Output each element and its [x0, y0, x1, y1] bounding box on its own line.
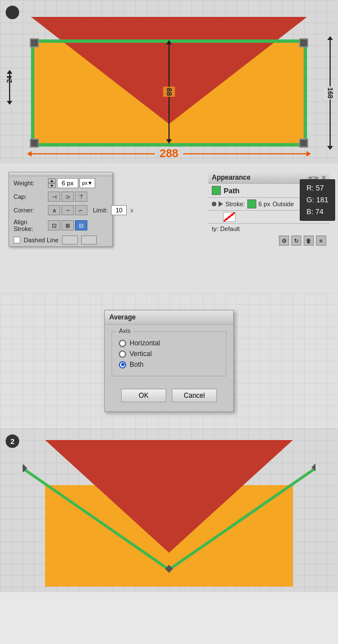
average-section: Average Axis Horizontal Vertical Both — [0, 293, 338, 429]
radio-both-btn[interactable] — [119, 361, 126, 368]
panel-bottom-row: ⚙ ↻ 🗑 ≡ — [208, 234, 330, 247]
handle-tr[interactable] — [299, 38, 308, 47]
dashed-line-row: Dashed Line — [9, 234, 112, 246]
dash-input-1[interactable] — [62, 236, 78, 245]
dim-right: 168 — [326, 87, 334, 99]
align-btn-center[interactable]: ⊡ — [48, 220, 60, 230]
rgb-r: R: 57 — [306, 183, 328, 194]
envelope-illustration-1: 88 24 168 — [31, 17, 307, 146]
opacity-row: ty: Default — [208, 224, 330, 234]
middle-panels: Weight: ▲ ▼ px▼ Cap: ⊣ ⊃ ⊤ Corner: ∧ — [0, 163, 338, 293]
corner-row: Corner: ∧ ⌢ ⌐ Limit: x — [9, 203, 112, 217]
average-dialog-body: Axis Horizontal Vertical Both OK Cancel — [105, 325, 233, 411]
radio-vertical-btn[interactable] — [119, 350, 126, 358]
stroke-label: Stroke: — [225, 201, 245, 207]
panel-btn-1[interactable]: ⚙ — [279, 236, 289, 246]
limit-input[interactable] — [111, 205, 127, 215]
axis-legend: Axis — [117, 327, 133, 334]
weight-label: Weight: — [14, 180, 45, 186]
weight-spinbox[interactable]: ▲ ▼ — [48, 178, 56, 188]
handle-bl[interactable] — [30, 139, 39, 148]
cap-label: Cap: — [14, 193, 45, 200]
rgb-tooltip: R: 57 G: 181 B: 74 — [300, 179, 335, 221]
rgb-b: B: 74 — [306, 206, 328, 218]
stroke-color-swatch[interactable] — [247, 199, 256, 208]
radio-horizontal-btn[interactable] — [119, 340, 126, 347]
corner-label: Corner: — [14, 207, 45, 214]
cap-btn-square[interactable]: ⊤ — [75, 192, 87, 202]
radio-both-label: Both — [130, 361, 144, 368]
radio-vertical-label: Vertical — [130, 350, 152, 358]
align-btn-inside[interactable]: ⊞ — [61, 220, 74, 230]
corner-btn-bevel[interactable]: ⌐ — [75, 205, 87, 215]
dim-left: 24 — [6, 75, 14, 83]
cap-btn-round[interactable]: ⊃ — [61, 192, 74, 202]
appearance-title: Appearance — [212, 174, 251, 181]
corner-btn-round[interactable]: ⌢ — [61, 205, 74, 215]
fill-none-swatch[interactable] — [223, 212, 235, 222]
panel-btn-delete[interactable]: 🗑 — [304, 236, 314, 246]
panel-btn-2[interactable]: ↻ — [291, 236, 301, 246]
panel-btn-more[interactable]: ≡ — [316, 236, 326, 246]
fill-swatch[interactable] — [212, 186, 221, 195]
weight-input[interactable] — [57, 178, 78, 188]
rgb-g: G: 181 — [306, 194, 328, 206]
align-btn-outside[interactable]: ⊟ — [75, 220, 87, 230]
stroke-options-titlebar — [9, 172, 112, 176]
corner-btn-miter[interactable]: ∧ — [48, 205, 60, 215]
dim-vertical: 88 — [165, 88, 174, 96]
section1-canvas: 88 24 168 — [0, 0, 338, 163]
opacity-label: ty: Default — [212, 225, 240, 232]
weight-spin-up[interactable]: ▲ — [48, 178, 56, 183]
radio-vertical-row[interactable]: Vertical — [119, 350, 219, 358]
env2-svg-lines — [23, 440, 315, 587]
weight-row: Weight: ▲ ▼ px▼ — [9, 176, 112, 190]
limit-x: x — [130, 207, 134, 214]
radio-horizontal-row[interactable]: Horizontal — [119, 339, 219, 347]
weight-spin-down[interactable]: ▼ — [48, 183, 56, 188]
envelope-illustration-2 — [23, 440, 315, 587]
axis-group: Axis Horizontal Vertical Both — [112, 331, 226, 376]
align-stroke-row: Align Stroke: ⊡ ⊞ ⊟ — [9, 217, 112, 234]
cancel-button[interactable]: Cancel — [172, 389, 217, 402]
stroke-expand-icon[interactable] — [219, 201, 223, 207]
limit-label: Limit: — [93, 207, 108, 214]
align-stroke-label: Align Stroke: — [14, 219, 45, 232]
radio-both-row[interactable]: Both — [119, 361, 219, 368]
ok-button[interactable]: OK — [121, 389, 166, 402]
section2-label: 2 — [6, 434, 19, 448]
weight-unit-dropdown[interactable]: px▼ — [79, 178, 95, 188]
section2-canvas: 2 — [0, 429, 338, 592]
dashed-label: Dashed Line — [24, 237, 59, 243]
handle-br[interactable] — [299, 139, 308, 148]
cap-btn-flat[interactable]: ⊣ — [48, 192, 60, 202]
dashed-checkbox[interactable] — [14, 237, 20, 243]
stroke-visibility-icon[interactable] — [212, 202, 216, 206]
section1-label — [6, 6, 19, 19]
dialog-buttons: OK Cancel — [112, 384, 226, 405]
stroke-position-text: Outside — [273, 201, 294, 207]
stroke-options-panel: Weight: ▲ ▼ px▼ Cap: ⊣ ⊃ ⊤ Corner: ∧ — [8, 172, 113, 247]
dash-input-2[interactable] — [81, 236, 97, 245]
cap-row: Cap: ⊣ ⊃ ⊤ — [9, 190, 112, 203]
handle-tl[interactable] — [30, 38, 39, 47]
average-dialog-title: Average — [105, 310, 233, 325]
average-dialog: Average Axis Horizontal Vertical Both — [104, 310, 234, 412]
dim-bottom: 288 — [155, 147, 183, 160]
radio-horizontal-label: Horizontal — [130, 339, 160, 347]
stroke-size-text: 6 px — [259, 201, 270, 207]
